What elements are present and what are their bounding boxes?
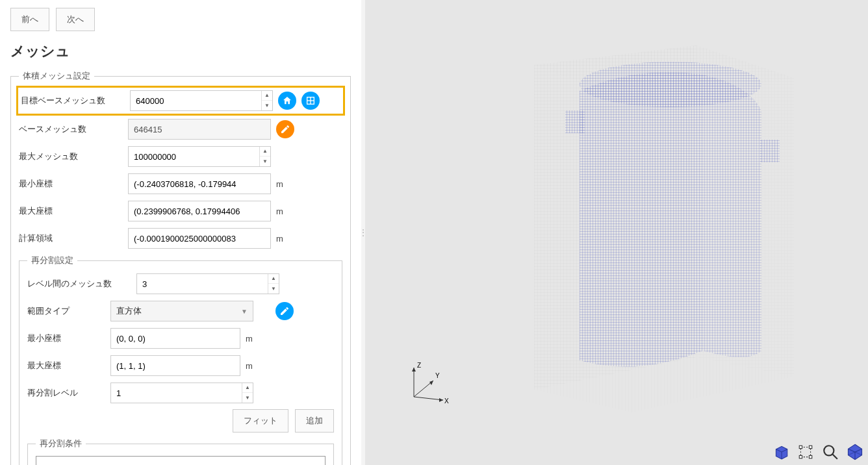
refine-max-coord-row: 最大座標 m: [27, 355, 334, 377]
unit-m: m: [246, 334, 257, 344]
calc-domain-input-wrap: [128, 228, 271, 249]
range-type-value: 直方体: [116, 305, 142, 317]
svg-line-33: [832, 454, 837, 459]
calc-domain-row: 計算領域 m: [19, 227, 342, 249]
svg-line-20: [414, 397, 443, 400]
refine-max-coord-input[interactable]: [111, 357, 240, 375]
calc-domain-input[interactable]: [129, 230, 270, 247]
svg-point-32: [824, 446, 834, 455]
spinner-up[interactable]: ▲: [262, 91, 272, 101]
mesh-between-levels-label: レベル間のメッシュ数: [27, 278, 131, 290]
pencil-icon[interactable]: [275, 302, 294, 320]
unit-m: m: [246, 361, 257, 371]
svg-rect-28: [799, 446, 802, 448]
spinner-up[interactable]: ▲: [242, 383, 253, 393]
svg-rect-18: [760, 140, 780, 162]
max-coord-input[interactable]: [129, 203, 270, 220]
svg-marker-22: [412, 368, 416, 371]
base-mesh-row: ベースメッシュ数: [19, 118, 342, 140]
refine-max-coord-input-wrap: [110, 355, 240, 376]
nav-buttons: 前へ 次へ: [10, 8, 351, 31]
min-coord-input-wrap: [128, 173, 271, 194]
next-button[interactable]: 次へ: [56, 8, 95, 31]
axis-z-label: Z: [417, 362, 421, 369]
search-icon[interactable]: [821, 443, 839, 461]
max-mesh-row: 最大メッシュ数 ▲ ▼: [19, 145, 342, 168]
pencil-icon[interactable]: [276, 120, 294, 138]
target-base-mesh-spinner: ▲ ▼: [261, 91, 272, 110]
svg-marker-24: [429, 381, 433, 385]
range-type-label: 範囲タイプ: [27, 305, 105, 317]
target-base-mesh-row: 目標ベースメッシュ数 ▲ ▼: [16, 86, 345, 116]
cube-icon[interactable]: [772, 443, 790, 461]
spinner-up[interactable]: ▲: [268, 274, 279, 284]
spinner-up[interactable]: ▲: [260, 147, 270, 157]
unit-m: m: [276, 234, 288, 244]
spinner-down[interactable]: ▼: [262, 101, 272, 110]
refine-max-coord-label: 最大座標: [27, 360, 105, 371]
axes-triad: Z Y X: [404, 361, 450, 407]
bbox-icon[interactable]: [797, 443, 815, 461]
refine-min-coord-input[interactable]: [111, 330, 240, 347]
refine-min-coord-input-wrap: [110, 328, 240, 349]
max-mesh-label: 最大メッシュ数: [19, 151, 123, 162]
svg-rect-30: [799, 455, 802, 458]
max-mesh-input[interactable]: [129, 148, 259, 166]
fit-button[interactable]: フィット: [233, 409, 288, 433]
house-icon[interactable]: [278, 92, 296, 110]
settings-panel: 前へ 次へ メッシュ 体積メッシュ設定 目標ベースメッシュ数 ▲ ▼ ベースメッ…: [0, 0, 361, 465]
viewport[interactable]: Z Y X: [365, 0, 868, 465]
refine-level-label: 再分割レベル: [27, 387, 105, 399]
axis-x-label: X: [444, 397, 449, 405]
mesh-between-levels-row: レベル間のメッシュ数 ▲ ▼: [27, 273, 334, 295]
max-coord-input-wrap: [128, 201, 271, 221]
page-title: メッシュ: [10, 42, 351, 61]
max-coord-label: 最大座標: [19, 205, 123, 217]
svg-point-14: [580, 62, 761, 107]
refine-min-coord-label: 最小座標: [27, 333, 105, 344]
target-base-mesh-label: 目標ベースメッシュ数: [21, 95, 125, 107]
min-coord-label: 最小座標: [19, 178, 123, 190]
mesh-between-levels-spinner: ▲ ▼: [268, 274, 279, 294]
refine-level-row: 再分割レベル ▲ ▼: [27, 382, 334, 404]
range-type-select[interactable]: 直方体 ▼: [110, 301, 253, 321]
mesh-between-levels-input[interactable]: [137, 275, 268, 293]
unit-m: m: [276, 179, 288, 189]
prev-button[interactable]: 前へ: [10, 8, 49, 31]
mesh-between-levels-input-wrap: ▲ ▼: [136, 273, 279, 294]
svg-rect-16: [565, 110, 585, 133]
svg-marker-23: [439, 398, 443, 402]
add-button[interactable]: 追加: [295, 409, 334, 433]
base-mesh-input-wrap: [128, 119, 271, 140]
calc-domain-label: 計算領域: [19, 232, 123, 244]
viewport-tools: [772, 443, 864, 461]
max-mesh-input-wrap: ▲ ▼: [128, 146, 271, 167]
volume-mesh-legend: 体積メッシュ設定: [19, 70, 94, 82]
refine-cond-legend: 再分割条件: [36, 438, 86, 449]
refine-level-input[interactable]: [111, 384, 242, 402]
refine-legend: 再分割設定: [27, 255, 77, 266]
axis-y-label: Y: [435, 372, 440, 379]
refine-level-input-wrap: ▲ ▼: [110, 383, 253, 403]
base-mesh-label: ベースメッシュ数: [19, 123, 123, 135]
chevron-down-icon: ▼: [241, 308, 248, 315]
min-coord-row: 最小座標 m: [19, 173, 342, 195]
refine-cond-box[interactable]: [36, 456, 326, 465]
max-coord-row: 最大座標 m: [19, 200, 342, 222]
max-mesh-spinner: ▲ ▼: [259, 147, 270, 166]
refine-actions: フィット 追加: [27, 409, 334, 433]
grid-icon[interactable]: [301, 92, 320, 110]
base-mesh-input: [129, 121, 270, 138]
target-base-mesh-input[interactable]: [131, 92, 261, 110]
range-type-row: 範囲タイプ 直方体 ▼: [27, 300, 334, 322]
refine-level-spinner: ▲ ▼: [242, 383, 253, 403]
poly-icon[interactable]: [846, 443, 864, 461]
volume-mesh-fieldset: 体積メッシュ設定 目標ベースメッシュ数 ▲ ▼ ベースメッシュ数: [10, 70, 351, 465]
min-coord-input[interactable]: [129, 175, 270, 193]
spinner-down[interactable]: ▼: [242, 393, 253, 403]
spinner-down[interactable]: ▼: [260, 157, 270, 166]
spinner-down[interactable]: ▼: [268, 284, 279, 294]
unit-m: m: [276, 207, 288, 216]
svg-rect-31: [809, 455, 811, 458]
refine-min-coord-row: 最小座標 m: [27, 327, 334, 349]
